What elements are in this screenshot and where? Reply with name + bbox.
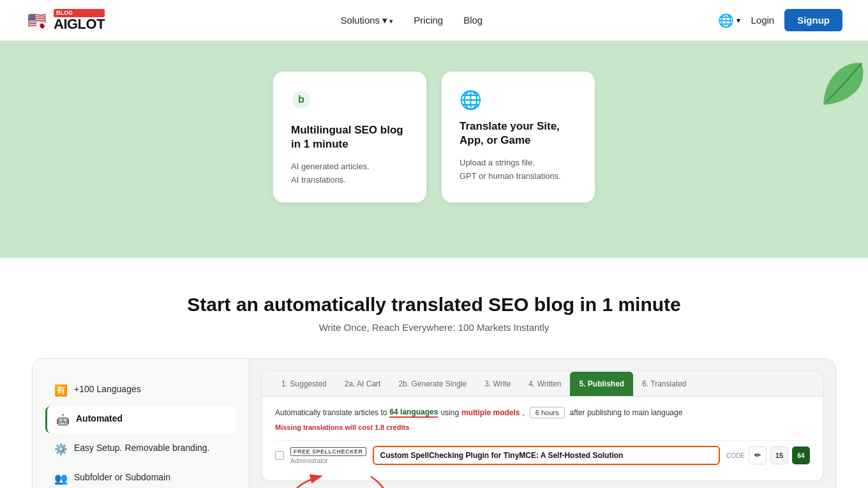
tab-write[interactable]: 3. Write [475, 372, 520, 396]
sidebar-subfolder-label: Subfolder or Subdomain [74, 471, 170, 484]
translate-text-4: after publishing to main language [570, 408, 683, 417]
article-checkbox[interactable] [275, 451, 284, 460]
nav-pricing[interactable]: Pricing [414, 15, 443, 26]
cost-text: Missing translations will cost [275, 423, 373, 431]
sidebar-automated-label: Automated [76, 413, 123, 425]
hero-card-translate-title: Translate your Site, App, or Game [460, 119, 577, 148]
signup-button[interactable]: Signup [784, 9, 842, 31]
nav-solutions[interactable]: Solutions ▾ [340, 15, 393, 26]
cost-row: Missing translations will cost 1.8 credi… [275, 423, 810, 431]
translate-comma: , [522, 408, 524, 417]
hero-card-blog-desc: AI generated articles.AI translations. [291, 160, 408, 187]
tab-bar: 1. Suggested 2a. AI Cart 2b. Generate Si… [262, 372, 823, 397]
article-row: FREE SPELLCHECKER Administrator Custom S… [275, 440, 810, 470]
tab-translated[interactable]: 6. Translated [633, 372, 695, 396]
tab-generate-single[interactable]: 2b. Generate Single [389, 372, 475, 396]
logo-text: AIGLOT [54, 17, 105, 31]
article-title[interactable]: Custom SpellChecking Plugin for TinyMCE:… [373, 446, 721, 465]
svg-text:b: b [298, 94, 304, 105]
translate-text-1: Automatically translate articles to [275, 408, 387, 417]
sidebar-item-subfolder[interactable]: 👥 Subfolder or Subdomain [45, 465, 236, 488]
lang-count-badge: 64 [792, 446, 810, 464]
article-meta: FREE SPELLCHECKER Administrator [290, 447, 366, 464]
main-section: Start an automatically translated SEO bl… [0, 258, 868, 488]
section-title: Start an automatically translated SEO bl… [26, 294, 842, 316]
automated-icon: 🤖 [56, 413, 70, 427]
translate-settings-row: Automatically translate articles to 64 l… [275, 407, 810, 418]
language-selector[interactable]: 🌐 ▾ [718, 13, 740, 28]
sidebar-languages-label: +100 Languages [74, 383, 141, 396]
sidebar-setup-label: Easy Setup. Removable branding. [74, 442, 209, 455]
free-badge: FREE SPELLCHECKER [290, 447, 366, 456]
translate-text-2: using [440, 408, 459, 417]
demo-inner: 1. Suggested 2a. AI Cart 2b. Generate Si… [262, 372, 823, 480]
nav-links: Solutions ▾ Pricing Blog [340, 15, 483, 26]
admin-label: Administrator [290, 457, 366, 464]
globe-icon: 🌐 [718, 13, 734, 28]
hero-card-blog[interactable]: b Multilingual SEO blog in 1 minute AI g… [273, 72, 426, 202]
nav-blog[interactable]: Blog [463, 15, 483, 26]
tab-suggested[interactable]: 1. Suggested [273, 372, 336, 396]
demo-body: Automatically translate articles to 64 l… [262, 397, 823, 480]
edit-button[interactable]: ✏ [749, 446, 767, 464]
navbar: 🇺🇸 🇯🇵 BLOG AIGLOT Solutions ▾ Pricing Bl… [0, 0, 868, 41]
tab-ai-cart[interactable]: 2a. AI Cart [336, 372, 390, 396]
cost-amount: 1.8 credits [375, 423, 409, 431]
hours-select[interactable]: 6 hours [530, 407, 565, 418]
nav-right: 🌐 ▾ Login Signup [718, 9, 842, 31]
models-highlight: multiple models [461, 408, 520, 417]
languages-icon: 🈶 [54, 384, 68, 397]
setup-icon: ⚙️ [54, 443, 68, 456]
demo-content: 1. Suggested 2a. AI Cart 2b. Generate Si… [250, 359, 835, 488]
demo-panel: 🈶 +100 Languages 🤖 Automated ⚙️ Easy Set… [32, 358, 836, 488]
globe-card-icon: 🌐 [460, 89, 577, 111]
tab-written[interactable]: 4. Written [520, 372, 570, 396]
code-label: CODE [726, 452, 745, 459]
sidebar-item-automated[interactable]: 🤖 Automated [45, 406, 236, 433]
hero-section: b Multilingual SEO blog in 1 minute AI g… [0, 41, 868, 258]
sidebar-item-languages[interactable]: 🈶 +100 Languages [45, 377, 236, 404]
hero-card-blog-title: Multilingual SEO blog in 1 minute [291, 123, 408, 151]
leaf-decoration [817, 60, 868, 111]
hero-card-translate[interactable]: 🌐 Translate your Site, App, or Game Uplo… [442, 72, 595, 202]
article-actions: CODE ✏ 15 64 [726, 446, 810, 464]
tab-published[interactable]: 5. Published [570, 372, 633, 396]
annotation-arrows [275, 470, 403, 480]
sidebar-item-setup[interactable]: ⚙️ Easy Setup. Removable branding. [45, 436, 236, 462]
logo-link[interactable]: 🇺🇸 🇯🇵 BLOG AIGLOT [26, 9, 105, 32]
login-link[interactable]: Login [751, 15, 774, 26]
section-subtitle: Write Once, Reach Everywhere: 100 Market… [26, 322, 842, 333]
logo-icon: 🇺🇸 🇯🇵 [26, 9, 49, 32]
subfolder-icon: 👥 [54, 472, 68, 485]
languages-count-highlight: 64 languages [389, 408, 438, 418]
demo-sidebar: 🈶 +100 Languages 🤖 Automated ⚙️ Easy Set… [33, 359, 250, 488]
blog-icon: b [291, 89, 408, 114]
count-badge: 15 [770, 446, 788, 464]
hero-card-translate-desc: Upload a strings file.GPT or human trans… [460, 156, 577, 183]
hero-cards: b Multilingual SEO blog in 1 minute AI g… [273, 72, 595, 202]
